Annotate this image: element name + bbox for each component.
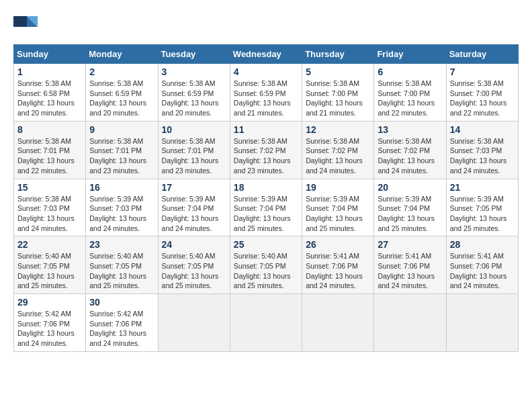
- day-number: 21: [450, 182, 515, 193]
- calendar-cell: 30Sunrise: 5:42 AMSunset: 7:06 PMDayligh…: [86, 294, 158, 352]
- day-number: 9: [89, 124, 154, 135]
- day-number: 24: [162, 239, 226, 250]
- calendar-cell: [230, 294, 302, 352]
- day-number: 15: [17, 182, 82, 193]
- calendar-cell: 25Sunrise: 5:40 AMSunset: 7:05 PMDayligh…: [230, 236, 302, 294]
- calendar-week-5: 29Sunrise: 5:42 AMSunset: 7:06 PMDayligh…: [14, 294, 519, 352]
- day-number: 14: [450, 124, 515, 135]
- calendar-cell: 4Sunrise: 5:38 AMSunset: 6:59 PMDaylight…: [230, 64, 302, 122]
- day-number: 22: [17, 239, 82, 250]
- day-info: Sunrise: 5:39 AMSunset: 7:04 PMDaylight:…: [378, 194, 442, 234]
- calendar-cell: 9Sunrise: 5:38 AMSunset: 7:01 PMDaylight…: [86, 121, 158, 179]
- day-info: Sunrise: 5:38 AMSunset: 6:58 PMDaylight:…: [17, 79, 82, 118]
- day-number: 11: [234, 124, 298, 135]
- day-info: Sunrise: 5:39 AMSunset: 7:03 PMDaylight:…: [89, 194, 154, 234]
- day-info: Sunrise: 5:38 AMSunset: 6:59 PMDaylight:…: [162, 79, 226, 118]
- day-info: Sunrise: 5:38 AMSunset: 7:03 PMDaylight:…: [17, 194, 82, 234]
- day-number: 30: [89, 297, 154, 308]
- day-number: 27: [378, 239, 442, 250]
- header: [13, 13, 519, 38]
- day-info: Sunrise: 5:40 AMSunset: 7:05 PMDaylight:…: [17, 251, 82, 291]
- calendar-cell: [374, 294, 446, 352]
- day-info: Sunrise: 5:38 AMSunset: 7:01 PMDaylight:…: [17, 136, 82, 176]
- day-info: Sunrise: 5:41 AMSunset: 7:06 PMDaylight:…: [306, 251, 370, 291]
- day-info: Sunrise: 5:38 AMSunset: 7:00 PMDaylight:…: [306, 79, 370, 118]
- logo: [13, 13, 42, 38]
- day-info: Sunrise: 5:42 AMSunset: 7:06 PMDaylight:…: [89, 309, 154, 349]
- day-number: 26: [306, 239, 370, 250]
- calendar-week-1: 1Sunrise: 5:38 AMSunset: 6:58 PMDaylight…: [14, 64, 519, 122]
- day-number: 25: [234, 239, 298, 250]
- calendar-cell: 11Sunrise: 5:38 AMSunset: 7:02 PMDayligh…: [230, 121, 302, 179]
- calendar-cell: [446, 294, 518, 352]
- day-info: Sunrise: 5:41 AMSunset: 7:06 PMDaylight:…: [378, 251, 442, 291]
- day-info: Sunrise: 5:38 AMSunset: 7:00 PMDaylight:…: [378, 79, 442, 118]
- day-number: 6: [378, 66, 442, 77]
- calendar-week-3: 15Sunrise: 5:38 AMSunset: 7:03 PMDayligh…: [14, 179, 519, 236]
- col-monday: Monday: [86, 45, 158, 64]
- day-number: 13: [378, 124, 442, 135]
- day-info: Sunrise: 5:39 AMSunset: 7:04 PMDaylight:…: [306, 194, 370, 234]
- day-info: Sunrise: 5:38 AMSunset: 7:03 PMDaylight:…: [450, 136, 515, 176]
- calendar-cell: 20Sunrise: 5:39 AMSunset: 7:04 PMDayligh…: [374, 179, 446, 236]
- day-info: Sunrise: 5:38 AMSunset: 7:01 PMDaylight:…: [89, 136, 154, 176]
- calendar-cell: 24Sunrise: 5:40 AMSunset: 7:05 PMDayligh…: [158, 236, 230, 294]
- col-saturday: Saturday: [446, 45, 518, 64]
- calendar-cell: 21Sunrise: 5:39 AMSunset: 7:05 PMDayligh…: [446, 179, 518, 236]
- calendar-cell: 23Sunrise: 5:40 AMSunset: 7:05 PMDayligh…: [86, 236, 158, 294]
- col-wednesday: Wednesday: [230, 45, 302, 64]
- calendar-cell: 27Sunrise: 5:41 AMSunset: 7:06 PMDayligh…: [374, 236, 446, 294]
- calendar-cell: 2Sunrise: 5:38 AMSunset: 6:59 PMDaylight…: [86, 64, 158, 122]
- calendar-week-2: 8Sunrise: 5:38 AMSunset: 7:01 PMDaylight…: [14, 121, 519, 179]
- day-info: Sunrise: 5:41 AMSunset: 7:06 PMDaylight:…: [450, 251, 515, 291]
- day-number: 29: [17, 297, 82, 308]
- day-info: Sunrise: 5:38 AMSunset: 6:59 PMDaylight:…: [89, 79, 154, 118]
- day-number: 3: [162, 66, 226, 77]
- day-info: Sunrise: 5:38 AMSunset: 6:59 PMDaylight:…: [234, 79, 298, 118]
- calendar-cell: [158, 294, 230, 352]
- col-thursday: Thursday: [302, 45, 374, 64]
- calendar-cell: 17Sunrise: 5:39 AMSunset: 7:04 PMDayligh…: [158, 179, 230, 236]
- calendar-cell: 7Sunrise: 5:38 AMSunset: 7:00 PMDaylight…: [446, 64, 518, 122]
- col-sunday: Sunday: [14, 45, 86, 64]
- calendar-cell: 10Sunrise: 5:38 AMSunset: 7:01 PMDayligh…: [158, 121, 230, 179]
- calendar-cell: 14Sunrise: 5:38 AMSunset: 7:03 PMDayligh…: [446, 121, 518, 179]
- day-number: 28: [450, 239, 515, 250]
- day-info: Sunrise: 5:40 AMSunset: 7:05 PMDaylight:…: [89, 251, 154, 291]
- day-info: Sunrise: 5:39 AMSunset: 7:04 PMDaylight:…: [234, 194, 298, 234]
- day-number: 19: [306, 182, 370, 193]
- calendar-cell: 28Sunrise: 5:41 AMSunset: 7:06 PMDayligh…: [446, 236, 518, 294]
- calendar-cell: 26Sunrise: 5:41 AMSunset: 7:06 PMDayligh…: [302, 236, 374, 294]
- day-number: 8: [17, 124, 82, 135]
- col-tuesday: Tuesday: [158, 45, 230, 64]
- day-number: 17: [162, 182, 226, 193]
- day-info: Sunrise: 5:39 AMSunset: 7:04 PMDaylight:…: [162, 194, 226, 234]
- day-number: 7: [450, 66, 515, 77]
- calendar-cell: 15Sunrise: 5:38 AMSunset: 7:03 PMDayligh…: [14, 179, 86, 236]
- day-number: 5: [306, 66, 370, 77]
- calendar-cell: 19Sunrise: 5:39 AMSunset: 7:04 PMDayligh…: [302, 179, 374, 236]
- calendar-week-4: 22Sunrise: 5:40 AMSunset: 7:05 PMDayligh…: [14, 236, 519, 294]
- calendar-cell: 29Sunrise: 5:42 AMSunset: 7:06 PMDayligh…: [14, 294, 86, 352]
- day-info: Sunrise: 5:40 AMSunset: 7:05 PMDaylight:…: [234, 251, 298, 291]
- calendar-cell: 8Sunrise: 5:38 AMSunset: 7:01 PMDaylight…: [14, 121, 86, 179]
- day-number: 10: [162, 124, 226, 135]
- day-info: Sunrise: 5:38 AMSunset: 7:02 PMDaylight:…: [378, 136, 442, 176]
- calendar-cell: 12Sunrise: 5:38 AMSunset: 7:02 PMDayligh…: [302, 121, 374, 179]
- day-info: Sunrise: 5:39 AMSunset: 7:05 PMDaylight:…: [450, 194, 515, 234]
- logo-icon: [13, 13, 38, 38]
- calendar-cell: 22Sunrise: 5:40 AMSunset: 7:05 PMDayligh…: [14, 236, 86, 294]
- day-info: Sunrise: 5:40 AMSunset: 7:05 PMDaylight:…: [162, 251, 226, 291]
- calendar-cell: 6Sunrise: 5:38 AMSunset: 7:00 PMDaylight…: [374, 64, 446, 122]
- day-number: 1: [17, 66, 82, 77]
- calendar-cell: 13Sunrise: 5:38 AMSunset: 7:02 PMDayligh…: [374, 121, 446, 179]
- day-number: 16: [89, 182, 154, 193]
- day-info: Sunrise: 5:38 AMSunset: 7:02 PMDaylight:…: [306, 136, 370, 176]
- day-number: 23: [89, 239, 154, 250]
- calendar-cell: 1Sunrise: 5:38 AMSunset: 6:58 PMDaylight…: [14, 64, 86, 122]
- calendar-cell: 5Sunrise: 5:38 AMSunset: 7:00 PMDaylight…: [302, 64, 374, 122]
- calendar-cell: 16Sunrise: 5:39 AMSunset: 7:03 PMDayligh…: [86, 179, 158, 236]
- svg-rect-2: [13, 16, 27, 27]
- day-info: Sunrise: 5:38 AMSunset: 7:02 PMDaylight:…: [234, 136, 298, 176]
- day-number: 20: [378, 182, 442, 193]
